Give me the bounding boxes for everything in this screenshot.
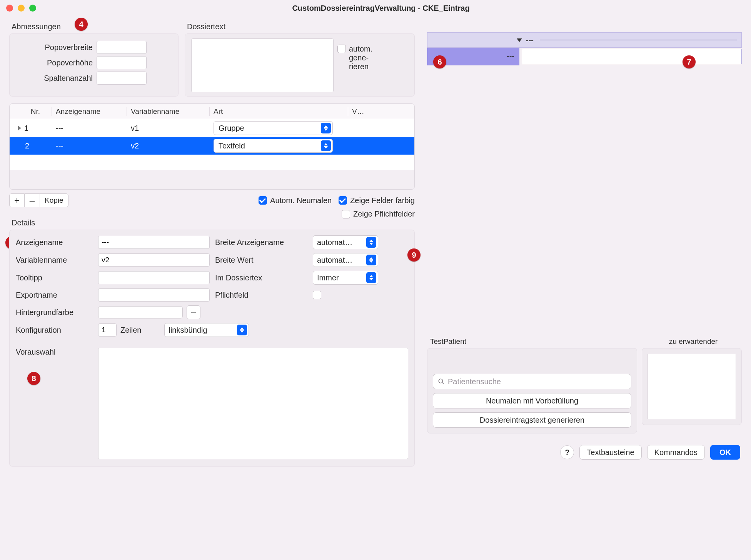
chevron-down-icon[interactable] — [517, 38, 522, 42]
cell-nr: 2 — [25, 142, 29, 150]
badge-4: 4 — [75, 18, 88, 31]
stepper-icon — [321, 123, 331, 133]
clear-color-button[interactable]: – — [187, 305, 200, 319]
testpatient-label: TestPatient — [430, 337, 637, 346]
vorauswahl-textarea[interactable] — [98, 348, 408, 459]
table-footer — [10, 170, 414, 189]
remove-row-button[interactable]: – — [25, 193, 40, 207]
textbausteine-button[interactable]: Textbausteine — [579, 445, 641, 460]
breite-anzeigename-label: Breite Anzeigename — [215, 238, 307, 247]
cell-variablenname: v1 — [127, 124, 210, 133]
hintergrundfarbe-swatch[interactable] — [98, 306, 183, 318]
breite-anzeigename-select[interactable]: automat… — [313, 235, 378, 249]
th-nr[interactable]: Nr. — [10, 107, 52, 116]
breite-wert-select[interactable]: automat… — [313, 253, 378, 267]
select-value: automat… — [317, 238, 352, 247]
art-select[interactable]: Textfeld — [214, 139, 333, 153]
add-row-button[interactable]: + — [9, 193, 25, 207]
tooltipp-label: Tooltipp — [16, 273, 93, 282]
zeige-pflicht-checkbox[interactable] — [342, 210, 350, 218]
kommandos-button[interactable]: Kommandos — [647, 445, 705, 460]
breite-wert-label: Breite Wert — [215, 256, 307, 265]
im-dossiertext-select[interactable]: Immer — [313, 271, 378, 285]
konfiguration-num-input[interactable] — [98, 323, 117, 337]
svg-point-0 — [439, 379, 443, 383]
variablenname-label: Variablenname — [16, 256, 93, 265]
expected-output-box — [648, 354, 736, 419]
fields-table: Nr. Anzeigename Variablenname Art V… 1 -… — [9, 103, 415, 190]
abmessungen-panel: Popoverbreite Popoverhöhe Spaltenanzahl — [9, 33, 179, 97]
zeilen-label: Zeilen — [120, 326, 141, 335]
th-v[interactable]: V… — [348, 107, 414, 116]
variablenname-input[interactable] — [98, 253, 210, 267]
exportname-input[interactable] — [98, 288, 210, 302]
titlebar: CustomDossiereintragVerwaltung - CKE_Ein… — [0, 0, 751, 16]
stepper-icon — [321, 140, 331, 151]
autogen-checkbox[interactable] — [337, 45, 346, 53]
art-select[interactable]: Gruppe — [214, 121, 333, 135]
close-icon[interactable] — [6, 5, 13, 12]
vorauswahl-label: Vorauswahl — [16, 348, 93, 357]
neumalen-button[interactable]: Neumalen mit Vorbefüllung — [433, 393, 631, 408]
spaltenanzahl-label: Spaltenanzahl — [16, 74, 97, 83]
th-anzeigename[interactable]: Anzeigename — [52, 107, 127, 116]
cell-anzeigename: --- — [52, 124, 127, 133]
expected-panel — [642, 348, 742, 425]
art-value: Gruppe — [219, 124, 244, 133]
im-dossiertext-label: Im Dossiertex — [215, 273, 307, 282]
cell-anzeigename: --- — [52, 142, 127, 150]
help-button[interactable]: ? — [560, 445, 574, 459]
generieren-button[interactable]: Dossiereintragstext generieren — [433, 412, 631, 428]
autom-neumalen-checkbox[interactable] — [259, 196, 267, 205]
table-row[interactable]: 2 --- v2 Textfeld — [10, 137, 414, 155]
badge-9: 9 — [407, 248, 421, 262]
select-value: automat… — [317, 256, 352, 265]
bottom-bar: ? Textbausteine Kommandos OK — [427, 445, 742, 460]
popoverhoehe-label: Popoverhöhe — [16, 58, 97, 67]
popoverbreite-label: Popoverbreite — [16, 43, 97, 52]
copy-row-button[interactable]: Kopie — [40, 193, 68, 207]
divider — [540, 40, 737, 40]
th-art[interactable]: Art — [210, 107, 348, 116]
select-value: linksbündig — [169, 326, 207, 335]
chevron-right-icon[interactable] — [18, 126, 21, 130]
spaltenanzahl-input[interactable] — [97, 72, 147, 85]
tooltipp-input[interactable] — [98, 271, 210, 284]
stepper-icon — [366, 255, 376, 265]
abmessungen-label: Abmessungen — [12, 22, 179, 31]
autogen-label: autom. gene- rieren — [349, 45, 372, 71]
pflichtfeld-label: Pflichtfeld — [215, 291, 307, 300]
dossiertext-label: Dossiertext — [187, 22, 415, 31]
table-header: Nr. Anzeigename Variablenname Art V… — [10, 104, 414, 119]
hintergrundfarbe-label: Hintergrundfarbe — [16, 308, 93, 317]
pflichtfeld-checkbox[interactable] — [313, 291, 321, 299]
testpatient-panel: Patientensuche Neumalen mit Vorbefüllung… — [427, 348, 637, 433]
zeige-farbig-checkbox[interactable] — [339, 196, 347, 205]
popoverbreite-input[interactable] — [97, 41, 147, 54]
art-value: Textfeld — [219, 142, 245, 150]
search-icon — [438, 378, 445, 385]
ausrichtung-select[interactable]: linksbündig — [164, 323, 249, 337]
table-row[interactable]: 1 --- v1 Gruppe — [10, 119, 414, 137]
stepper-icon — [366, 272, 376, 283]
anzeigename-input[interactable] — [98, 236, 210, 249]
select-value: Immer — [317, 273, 339, 282]
preview-header-text: --- — [526, 36, 534, 45]
popoverhoehe-input[interactable] — [97, 56, 147, 69]
patient-search-input[interactable]: Patientensuche — [433, 374, 631, 389]
cell-variablenname: v2 — [127, 142, 210, 150]
ok-button[interactable]: OK — [710, 445, 740, 460]
th-variablenname[interactable]: Variablenname — [127, 107, 210, 116]
details-label: Details — [12, 218, 415, 227]
preview-header: --- — [427, 32, 742, 48]
preview-field-input[interactable] — [522, 49, 742, 64]
konfiguration-label: Konfiguration — [16, 326, 93, 335]
zeige-pflicht-label: Zeige Pflichtfelder — [353, 210, 415, 218]
dossiertext-panel: autom. gene- rieren — [185, 33, 415, 97]
exportname-label: Exportname — [16, 291, 93, 300]
badge-8: 8 — [27, 372, 40, 385]
stepper-icon — [237, 325, 247, 335]
stepper-icon — [366, 237, 376, 248]
svg-line-1 — [442, 382, 444, 384]
dossiertext-textarea[interactable] — [191, 38, 334, 92]
